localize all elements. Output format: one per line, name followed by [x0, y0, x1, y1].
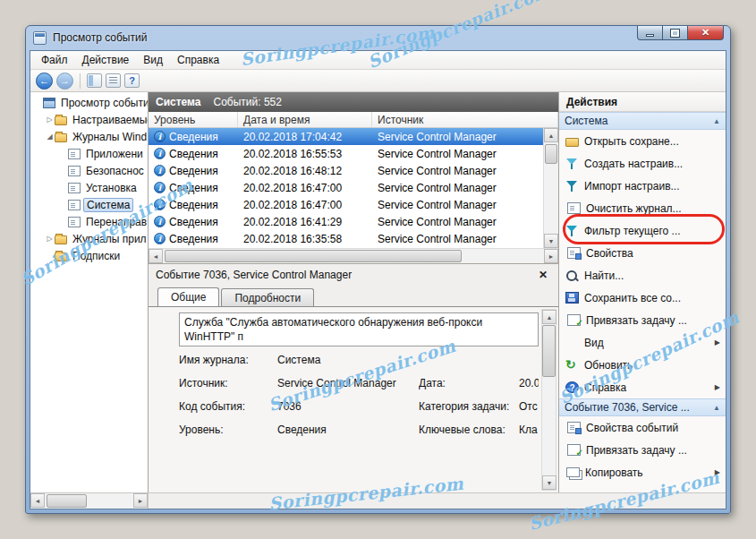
event-row[interactable]: iСведения 20.02.2018 17:04:42 Service Co… — [149, 128, 543, 145]
tree-item[interactable]: Установка — [30, 179, 148, 196]
tree-item[interactable]: Система — [30, 196, 148, 213]
action-item[interactable]: Привязать задачу ... ▶ — [559, 309, 726, 331]
tree-node-icon — [68, 183, 81, 193]
info-icon: i — [154, 199, 166, 210]
action-label: Открыть сохране... — [584, 135, 709, 148]
tree-item[interactable]: Приложени — [30, 145, 148, 162]
back-button[interactable]: ← — [36, 73, 53, 90]
scroll-up-icon[interactable]: ▲ — [542, 310, 556, 324]
field-value: Система — [277, 354, 419, 366]
scroll-left-icon[interactable]: ◄ — [149, 249, 163, 263]
scroll-thumb[interactable] — [542, 325, 556, 377]
event-datetime: 20.02.2018 16:47:00 — [238, 199, 372, 211]
minimize-button[interactable] — [637, 26, 663, 40]
event-row[interactable]: iСведения 20.02.2018 16:47:00 Service Co… — [149, 179, 543, 196]
event-row[interactable]: iСведения 20.02.2018 16:47:00 Service Co… — [149, 196, 543, 213]
tree-item[interactable]: ▷ Настраиваемые — [30, 111, 148, 128]
toolbar: ← → ? — [30, 70, 726, 92]
submenu-arrow-icon: ▶ — [715, 383, 720, 391]
action-item[interactable]: Копировать ▶ — [559, 461, 726, 483]
forward-button[interactable]: → — [56, 73, 73, 90]
action-item[interactable]: Обновить ▶ — [559, 354, 726, 376]
tree-item-label: Система — [83, 198, 133, 212]
collapse-icon[interactable]: ▲ — [713, 404, 720, 412]
tree-item[interactable]: Просмотр событи — [30, 94, 148, 111]
scroll-thumb[interactable] — [545, 144, 557, 164]
action-item[interactable]: Свойства ▶ — [559, 242, 726, 264]
tree-horizontal-scrollbar[interactable]: ◄ ► — [30, 493, 149, 509]
action-item[interactable]: Сохранить все со... ▶ — [559, 287, 726, 309]
tree-item[interactable]: Перенаправ — [30, 213, 148, 230]
window-title: Просмотр событий — [53, 31, 147, 44]
action-icon — [567, 247, 581, 259]
action-item[interactable]: Создать настраив... ▶ — [559, 152, 726, 175]
action-item[interactable]: Фильтр текущего ... ▶ — [559, 219, 726, 242]
preview-close-icon[interactable]: ✕ — [535, 269, 551, 281]
tree-item[interactable]: ▷ Журналы прил — [30, 230, 148, 247]
event-row[interactable]: iСведения 20.02.2018 16:35:58 Service Co… — [149, 230, 543, 247]
scroll-up-icon[interactable]: ▲ — [544, 128, 558, 142]
collapse-icon[interactable]: ▲ — [713, 117, 720, 125]
event-datetime: 20.02.2018 16:47:00 — [238, 182, 372, 194]
titlebar[interactable]: Просмотр событий ✕ — [26, 26, 730, 50]
action-icon — [565, 292, 579, 304]
tree-item[interactable]: ◢ Журналы Wind — [30, 128, 148, 145]
events-vertical-scrollbar[interactable]: ▲ ▼ — [543, 128, 558, 248]
event-fields: Имя журнала: Система Источник: Service C… — [179, 354, 539, 447]
maximize-button[interactable] — [663, 26, 687, 40]
expand-icon[interactable]: ▷ — [45, 116, 55, 124]
action-item[interactable]: Справка ▶ — [559, 376, 726, 398]
scroll-thumb[interactable] — [165, 250, 462, 262]
expand-icon[interactable]: ▷ — [45, 235, 55, 243]
field-label: Дата: — [419, 377, 519, 389]
action-label: Обновить — [584, 359, 709, 372]
column-header[interactable]: Уровень — [149, 112, 238, 127]
column-header[interactable]: Источник — [372, 112, 558, 127]
scroll-down-icon[interactable]: ▼ — [542, 475, 556, 490]
event-row[interactable]: iСведения 20.02.2018 16:41:29 Service Co… — [149, 213, 543, 230]
event-row[interactable]: iСведения 20.02.2018 16:55:53 Service Co… — [149, 145, 543, 162]
events-horizontal-scrollbar[interactable]: ◄ ► — [149, 248, 558, 263]
action-item[interactable]: Очистить журнал... ▶ — [559, 197, 726, 219]
action-item[interactable]: Импорт настраив... ▶ — [559, 175, 726, 197]
export-list-button[interactable] — [106, 73, 121, 88]
column-header[interactable]: Дата и время — [238, 112, 372, 127]
close-button[interactable]: ✕ — [687, 26, 724, 40]
action-icon — [565, 158, 579, 170]
action-section-header[interactable]: Событие 7036, Service ... ▲ — [559, 398, 726, 416]
general-tab-page: Служба "Служба автоматического обнаружен… — [149, 306, 558, 492]
scroll-down-icon[interactable]: ▼ — [544, 234, 558, 248]
action-item[interactable]: Вид ▶ — [559, 331, 726, 354]
detail-field-row: Код события: 7036 Категория задачи: Отс — [179, 400, 539, 424]
show-console-tree-button[interactable] — [87, 73, 102, 88]
scroll-right-icon[interactable]: ► — [544, 249, 558, 263]
help-button[interactable]: ? — [124, 73, 140, 88]
event-viewer-window: Просмотр событий ✕ ФайлДействиеВидСправк… — [25, 25, 731, 514]
menu-item[interactable]: Действие — [75, 52, 137, 68]
tab-details[interactable]: Подробности — [221, 288, 314, 306]
info-icon: i — [154, 148, 166, 159]
expand-icon[interactable]: ◢ — [45, 133, 55, 141]
field-label: Уровень: — [179, 424, 277, 436]
menu-item[interactable]: Файл — [34, 52, 75, 68]
event-description[interactable]: Служба "Служба автоматического обнаружен… — [179, 312, 539, 346]
action-item[interactable]: Найти... ▶ — [559, 264, 726, 287]
scroll-right-icon[interactable]: ► — [133, 493, 148, 508]
menu-item[interactable]: Вид — [136, 52, 170, 68]
action-item[interactable]: Открыть сохране... ▶ — [559, 130, 726, 152]
action-item[interactable]: Привязать задачу ... ▶ — [559, 439, 726, 461]
app-icon — [33, 31, 47, 45]
tree-item[interactable]: Подписки — [30, 247, 148, 264]
tab-general[interactable]: Общие — [157, 287, 219, 306]
event-row[interactable]: iСведения 20.02.2018 16:48:12 Service Co… — [149, 162, 543, 179]
tree-item-label: Подписки — [70, 250, 123, 262]
action-icon — [565, 225, 579, 237]
window-body: ФайлДействиеВидСправка ← → ? Просмотр со… — [30, 50, 726, 509]
action-item[interactable]: Свойства событий ▶ — [559, 416, 726, 439]
action-section-header[interactable]: Система ▲ — [559, 112, 726, 130]
scroll-thumb[interactable] — [47, 494, 87, 508]
scroll-left-icon[interactable]: ◄ — [30, 493, 45, 508]
tree-item[interactable]: Безопаснос — [30, 162, 148, 179]
detail-vertical-scrollbar[interactable]: ▲ ▼ — [541, 309, 556, 491]
menu-item[interactable]: Справка — [170, 52, 226, 68]
